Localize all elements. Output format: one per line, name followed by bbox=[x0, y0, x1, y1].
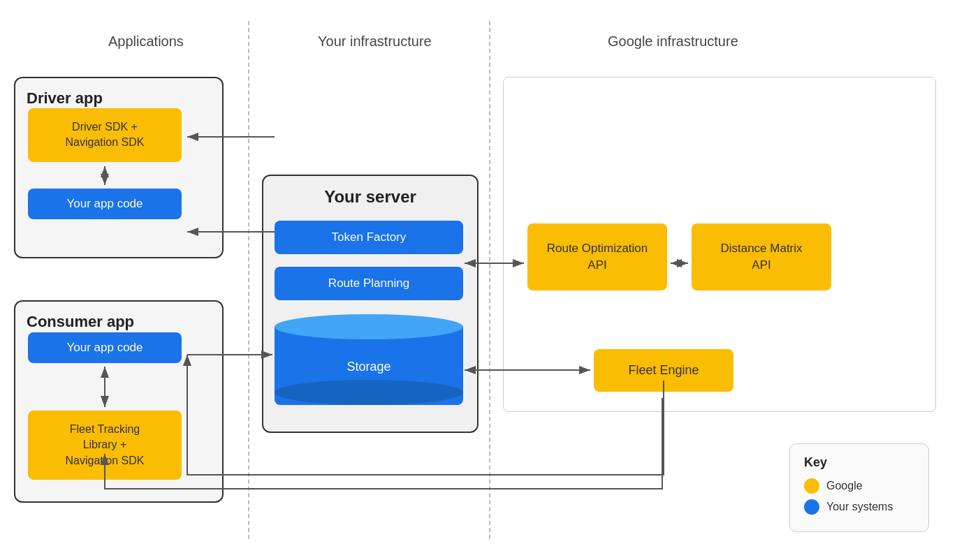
divider-infra-google bbox=[489, 21, 490, 539]
key-google-circle bbox=[804, 478, 819, 494]
distance-matrix-pill: Distance Matrix API bbox=[692, 223, 831, 290]
cylinder-ellipse-top bbox=[275, 314, 463, 339]
key-google-item: Google bbox=[804, 478, 914, 494]
divider-applications-infra bbox=[248, 21, 249, 539]
fleet-tracking-pill: Fleet Tracking Library + Navigation SDK bbox=[28, 411, 182, 480]
key-google-label: Google bbox=[826, 480, 863, 492]
driver-app-code-pill: Your app code bbox=[28, 189, 182, 219]
route-optimization-pill: Route Optimization API bbox=[527, 223, 667, 290]
section-applications-label: Applications bbox=[108, 34, 184, 50]
driver-app-box: Driver app bbox=[14, 77, 224, 258]
section-your-infra-label: Your infrastructure bbox=[318, 34, 432, 50]
consumer-app-title: Consumer app bbox=[27, 313, 211, 331]
token-factory-pill: Token Factory bbox=[275, 221, 463, 254]
driver-app-title: Driver app bbox=[27, 89, 211, 108]
key-your-systems-label: Your systems bbox=[826, 501, 893, 513]
consumer-app-code-pill: Your app code bbox=[28, 332, 182, 363]
key-your-systems-circle bbox=[804, 499, 819, 515]
key-title: Key bbox=[804, 455, 914, 470]
storage-cylinder: Storage bbox=[275, 314, 463, 405]
fleet-engine-pill: Fleet Engine bbox=[594, 349, 733, 392]
key-your-systems-item: Your systems bbox=[804, 499, 914, 515]
cylinder-ellipse-bottom bbox=[275, 380, 463, 405]
storage-label: Storage bbox=[346, 360, 390, 374]
section-google-infra-label: Google infrastructure bbox=[608, 34, 738, 50]
diagram-container: Applications Your infrastructure Google … bbox=[0, 0, 957, 560]
driver-sdk-pill: Driver SDK + Navigation SDK bbox=[28, 108, 182, 162]
server-title: Your server bbox=[275, 187, 466, 207]
route-planning-pill: Route Planning bbox=[275, 267, 463, 300]
key-box: Key Google Your systems bbox=[789, 443, 929, 532]
